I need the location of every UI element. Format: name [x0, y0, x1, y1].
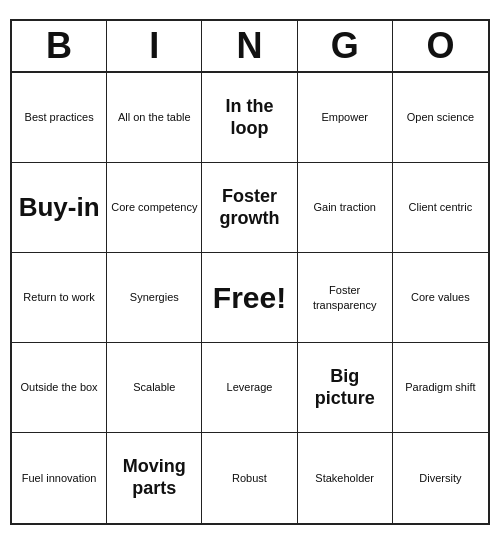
cell-text-19: Paradigm shift	[405, 380, 475, 394]
bingo-cell-10: Return to work	[12, 253, 107, 343]
cell-text-12: Free!	[213, 281, 286, 314]
bingo-cell-24: Diversity	[393, 433, 488, 523]
bingo-cell-8: Gain traction	[298, 163, 393, 253]
bingo-cell-19: Paradigm shift	[393, 343, 488, 433]
cell-text-21: Moving parts	[111, 456, 197, 499]
cell-text-15: Outside the box	[21, 380, 98, 394]
bingo-cell-21: Moving parts	[107, 433, 202, 523]
bingo-cell-9: Client centric	[393, 163, 488, 253]
bingo-cell-4: Open science	[393, 73, 488, 163]
cell-text-0: Best practices	[25, 110, 94, 124]
bingo-cell-0: Best practices	[12, 73, 107, 163]
bingo-cell-22: Robust	[202, 433, 297, 523]
bingo-cell-6: Core competency	[107, 163, 202, 253]
bingo-cell-23: Stakeholder	[298, 433, 393, 523]
bingo-letter-G: G	[298, 21, 393, 71]
bingo-header: BINGO	[12, 21, 488, 73]
bingo-letter-B: B	[12, 21, 107, 71]
cell-text-9: Client centric	[409, 200, 473, 214]
cell-text-4: Open science	[407, 110, 474, 124]
bingo-cell-2: In the loop	[202, 73, 297, 163]
bingo-cell-15: Outside the box	[12, 343, 107, 433]
bingo-grid: Best practicesAll on the tableIn the loo…	[12, 73, 488, 523]
bingo-cell-7: Foster growth	[202, 163, 297, 253]
cell-text-10: Return to work	[23, 290, 95, 304]
bingo-letter-O: O	[393, 21, 488, 71]
cell-text-7: Foster growth	[206, 186, 292, 229]
bingo-cell-3: Empower	[298, 73, 393, 163]
cell-text-17: Leverage	[227, 380, 273, 394]
cell-text-5: Buy-in	[19, 193, 100, 222]
cell-text-22: Robust	[232, 471, 267, 485]
bingo-cell-16: Scalable	[107, 343, 202, 433]
bingo-cell-1: All on the table	[107, 73, 202, 163]
cell-text-16: Scalable	[133, 380, 175, 394]
bingo-cell-5: Buy-in	[12, 163, 107, 253]
bingo-cell-14: Core values	[393, 253, 488, 343]
cell-text-18: Big picture	[302, 366, 388, 409]
bingo-letter-I: I	[107, 21, 202, 71]
cell-text-8: Gain traction	[314, 200, 376, 214]
bingo-cell-18: Big picture	[298, 343, 393, 433]
bingo-cell-13: Foster transparency	[298, 253, 393, 343]
bingo-cell-17: Leverage	[202, 343, 297, 433]
bingo-letter-N: N	[202, 21, 297, 71]
bingo-cell-12: Free!	[202, 253, 297, 343]
cell-text-2: In the loop	[206, 96, 292, 139]
bingo-cell-20: Fuel innovation	[12, 433, 107, 523]
cell-text-1: All on the table	[118, 110, 191, 124]
cell-text-24: Diversity	[419, 471, 461, 485]
cell-text-6: Core competency	[111, 200, 197, 214]
cell-text-14: Core values	[411, 290, 470, 304]
cell-text-20: Fuel innovation	[22, 471, 97, 485]
cell-text-11: Synergies	[130, 290, 179, 304]
bingo-cell-11: Synergies	[107, 253, 202, 343]
cell-text-3: Empower	[321, 110, 367, 124]
cell-text-23: Stakeholder	[315, 471, 374, 485]
cell-text-13: Foster transparency	[302, 283, 388, 312]
bingo-card: BINGO Best practicesAll on the tableIn t…	[10, 19, 490, 525]
